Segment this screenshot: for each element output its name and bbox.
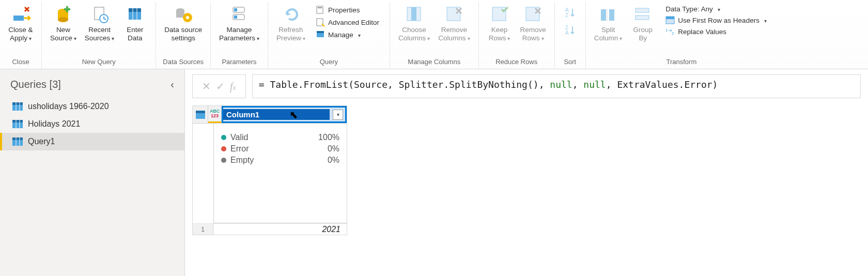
ribbon-group-new-query: New Source Recent Sources Enter Data New… [42,2,156,69]
svg-rect-37 [636,16,649,20]
group-by-label: Group By [633,26,653,42]
table-icon [12,102,23,111]
group-by-icon [632,4,653,25]
queries-title: Queries [3] [10,79,61,90]
gear-db-icon [173,4,194,25]
table-menu-button[interactable] [193,106,208,123]
svg-rect-22 [317,19,323,26]
remove-columns-button[interactable]: Remove Columns [435,3,473,44]
column-type-button[interactable]: ABC 123 [208,106,222,123]
query-item-usholidays[interactable]: usholidays 1966-2020 [0,98,184,115]
query-item-query1[interactable]: Query1 [0,133,184,150]
remove-rows-icon [523,4,544,25]
refresh-preview-label: Refresh Preview [276,26,303,42]
group-label-reduce-rows: Reduce Rows [495,56,537,69]
svg-rect-18 [234,8,237,11]
advanced-editor-button[interactable]: Advanced Editor [314,17,381,28]
svg-text:2: 2 [672,31,674,36]
split-column-icon [598,4,618,25]
svg-rect-9 [129,8,141,12]
column-header[interactable]: ⬉ ▾ [222,106,347,123]
svg-rect-29 [526,7,539,21]
properties-icon [316,5,325,14]
replace-icon: 12 [665,27,675,36]
fx-icon[interactable]: fx [230,81,236,93]
collapse-queries-button[interactable]: ‹ [167,78,177,91]
data-type-label: Data Type: Any [665,5,712,13]
keep-rows-button[interactable]: Keep Rows [484,3,515,44]
svg-text:1: 1 [665,28,668,33]
table-icon [12,137,23,146]
column-filter-dropdown[interactable]: ▾ [333,110,343,120]
enter-data-icon [125,4,145,25]
split-column-label: Split Column [594,26,618,42]
svg-rect-36 [636,8,649,12]
enter-data-button[interactable]: Enter Data [119,3,150,44]
svg-rect-55 [196,111,205,113]
svg-point-15 [186,16,189,19]
query-item-holidays-2021[interactable]: Holidays 2021 [0,115,184,133]
ribbon-group-query: Refresh Preview Properties Advanced Edit… [268,2,390,69]
choose-columns-icon [404,4,425,25]
group-label-close: Close [12,56,29,69]
cell-value[interactable]: 2021 [213,224,347,235]
replace-values-label: Replace Values [678,28,726,36]
ribbon: Close & Apply Close New Source Recent So… [0,0,868,69]
split-column-button[interactable]: Split Column [591,3,626,44]
replace-values-button[interactable]: 12 Replace Values [663,26,729,37]
properties-button[interactable]: Properties [314,4,362,16]
recent-sources-button[interactable]: Recent Sources [82,3,118,44]
commit-formula-button[interactable]: ✓ [216,80,225,93]
ribbon-group-data-sources: Data source settings Data Sources [156,2,211,69]
close-apply-icon [10,4,31,25]
refresh-preview-button[interactable]: Refresh Preview [273,3,308,44]
svg-rect-28 [492,7,506,21]
quality-valid-label: Valid [230,133,248,142]
data-type-button[interactable]: Data Type: Any [663,4,722,14]
sort-desc-button[interactable]: ZA [563,22,577,38]
close-apply-button[interactable]: Close & Apply [5,3,36,44]
recent-sources-icon [89,4,110,25]
manage-parameters-button[interactable]: Manage Parameters [216,3,262,44]
svg-text:Z: Z [565,12,568,18]
formula-null-1: null [550,79,572,90]
new-source-icon [53,4,73,25]
formula-text-pre: = Table.FromList(Source, Splitter.SplitB… [259,79,550,90]
recent-sources-label: Recent Sources [85,26,111,42]
cancel-formula-button[interactable]: ✕ [202,80,211,93]
new-source-button[interactable]: New Source [47,3,80,44]
manage-query-label: Manage [328,31,353,39]
query-item-label: Holidays 2021 [28,119,80,129]
svg-rect-24 [317,31,324,33]
remove-columns-icon [444,4,464,25]
svg-rect-43 [12,102,23,105]
group-label-manage-columns: Manage Columns [408,56,460,69]
sort-asc-button[interactable]: AZ [563,4,577,21]
svg-point-3 [58,17,68,22]
data-source-settings-button[interactable]: Data source settings [161,3,205,44]
ribbon-group-manage-columns: Choose Columns Remove Columns Manage Col… [390,2,479,69]
properties-label: Properties [328,6,360,14]
formula-input[interactable]: = Table.FromList(Source, Splitter.SplitB… [252,74,861,98]
ribbon-group-reduce-rows: Keep Rows Remove Rows Reduce Rows [479,2,555,69]
ribbon-group-transform: Split Column Group By Data Type: Any Use… [586,2,777,69]
group-label-transform: Transform [666,56,696,69]
use-first-row-headers-label: Use First Row as Headers [678,17,760,24]
column-name-input[interactable] [223,109,330,120]
data-source-settings-label: Data source settings [164,26,202,42]
svg-rect-51 [12,137,23,140]
enter-data-label: Enter Data [127,26,143,42]
remove-rows-button[interactable]: Remove Rows [517,3,549,44]
formula-bar: ✕ ✓ fx = Table.FromList(Source, Splitter… [192,74,861,98]
manage-query-button[interactable]: Manage [314,29,363,40]
table-icon [12,120,23,128]
group-by-button[interactable]: Group By [627,3,658,44]
quality-valid-value: 100% [318,133,339,142]
quality-empty-label: Empty [230,156,254,165]
remove-columns-label: Remove Columns [438,26,467,42]
choose-columns-button[interactable]: Choose Columns [395,3,433,44]
main-area: Queries [3] ‹ usholidays 1966-2020 Holid… [0,69,868,276]
table-row[interactable]: 1 2021 [193,223,347,235]
use-first-row-headers-button[interactable]: Use First Row as Headers [663,15,769,25]
advanced-editor-icon [316,18,325,27]
